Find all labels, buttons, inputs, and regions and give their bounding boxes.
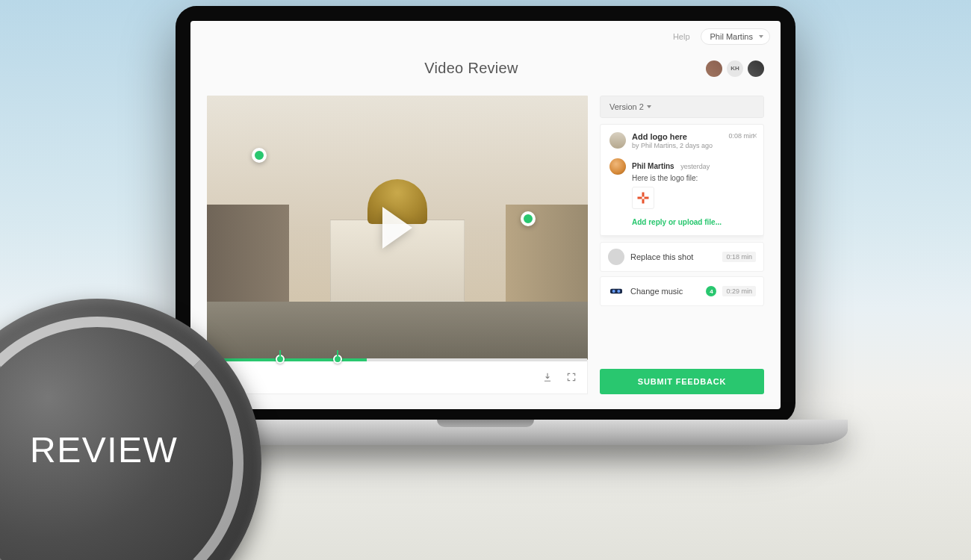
comment-row[interactable]: Replace this shot 0:18 min <box>600 242 764 272</box>
timeline-progress <box>208 358 367 361</box>
comment-timestamp: 0:18 min <box>722 252 756 262</box>
video-controls-bar <box>207 360 588 394</box>
user-name-label: Phil Martins <box>710 32 753 41</box>
reply-count-badge: 4 <box>706 286 716 296</box>
comments-list: × Add logo here by Phil Martins, 2 days … <box>600 124 764 357</box>
video-section <box>207 96 588 394</box>
comment-row[interactable]: Change music 4 0:29 min <box>600 276 764 306</box>
comments-sidebar: Version 2 × Add logo here by Phil Martin… <box>600 96 764 394</box>
reply-author: Phil Martins <box>632 162 674 170</box>
annotation-marker[interactable] <box>521 211 536 226</box>
svg-rect-4 <box>610 289 622 294</box>
version-label: Version 2 <box>609 102 644 111</box>
submit-row: SUBMIT FEEDBACK <box>600 363 764 394</box>
comment-title: Replace this shot <box>630 252 716 261</box>
user-menu-dropdown[interactable]: Phil Martins <box>701 28 770 45</box>
add-reply-link[interactable]: Add reply or upload file... <box>632 218 754 226</box>
comment-reply: Phil Martins yesterday Here is the logo … <box>609 158 754 209</box>
video-player[interactable] <box>207 96 588 360</box>
comment-header: Add logo here by Phil Martins, 2 days ag… <box>609 132 754 149</box>
svg-point-6 <box>617 290 620 293</box>
comment-meta: by Phil Martins, 2 days ago <box>632 142 722 149</box>
play-button[interactable] <box>382 207 412 249</box>
timeline-comment-marker[interactable] <box>276 355 285 364</box>
annotation-marker[interactable] <box>252 148 267 163</box>
collaborator-avatar[interactable]: KH <box>727 60 743 77</box>
page-title: Video Review <box>237 60 706 77</box>
timeline[interactable] <box>208 358 587 361</box>
svg-rect-0 <box>642 193 645 197</box>
comment-thumbnail <box>608 249 624 265</box>
comment-timestamp: 0:29 min <box>722 286 756 296</box>
svg-point-5 <box>612 290 615 293</box>
attachment-thumbnail[interactable] <box>632 187 654 209</box>
comment-title: Add logo here <box>632 132 722 141</box>
app-screen: Help Phil Martins Video Review KH <box>190 21 781 409</box>
reply-text: Here is the logo file: <box>632 174 710 182</box>
svg-rect-1 <box>638 197 642 199</box>
svg-rect-3 <box>642 199 645 204</box>
reply-age: yesterday <box>680 163 710 170</box>
comment-title: Change music <box>630 287 700 296</box>
review-badge-text: REVIEW <box>30 429 178 470</box>
comment-thumbnail <box>609 132 626 149</box>
title-row: Video Review KH <box>190 60 781 77</box>
download-icon[interactable] <box>542 372 553 382</box>
top-bar: Help Phil Martins <box>673 28 770 45</box>
comment-card-active: × Add logo here by Phil Martins, 2 days … <box>600 124 764 236</box>
fullscreen-icon[interactable] <box>566 372 577 382</box>
avatar <box>609 158 626 175</box>
video-frame-backdrop <box>207 302 588 360</box>
collaborator-avatar[interactable] <box>748 60 764 77</box>
main-content: Version 2 × Add logo here by Phil Martin… <box>207 96 764 394</box>
comment-timestamp: 0:08 min <box>728 132 754 140</box>
video-frame-backdrop <box>207 205 289 302</box>
submit-feedback-button[interactable]: SUBMIT FEEDBACK <box>600 369 764 394</box>
svg-rect-2 <box>645 197 649 199</box>
close-icon[interactable]: × <box>752 131 757 141</box>
version-selector[interactable]: Version 2 <box>600 96 764 118</box>
collaborator-avatar[interactable] <box>706 60 722 77</box>
video-frame-backdrop <box>506 205 588 302</box>
laptop-frame: Help Phil Martins Video Review KH <box>176 6 795 424</box>
comment-thumbnail <box>608 283 624 299</box>
timeline-comment-marker[interactable] <box>333 355 342 364</box>
help-link[interactable]: Help <box>673 32 690 41</box>
collaborator-avatars: KH <box>706 60 764 77</box>
